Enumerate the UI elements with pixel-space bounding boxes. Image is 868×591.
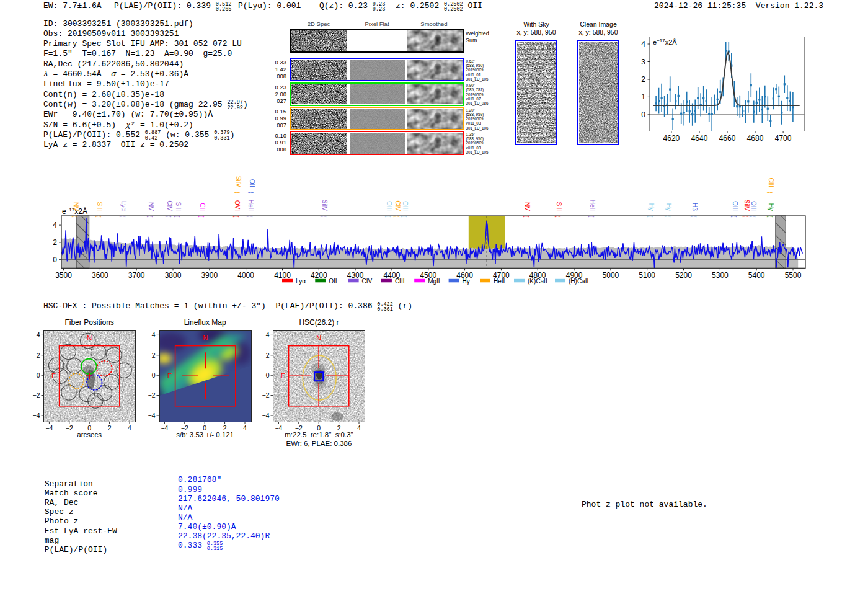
svg-text:3: 3 bbox=[641, 58, 645, 66]
svg-text:{: { bbox=[691, 215, 697, 217]
svg-text:CIV: CIV bbox=[362, 278, 373, 285]
svg-text:{: { bbox=[743, 215, 749, 217]
svg-text:{: { bbox=[588, 215, 595, 217]
svg-text:4660: 4660 bbox=[719, 134, 736, 143]
svg-text:{: { bbox=[147, 215, 153, 217]
svg-text:4620: 4620 bbox=[663, 134, 680, 143]
svg-text:4: 4 bbox=[53, 221, 57, 229]
svg-text:NV: NV bbox=[148, 202, 154, 211]
svg-text:−4: −4 bbox=[148, 412, 156, 419]
svg-text:−2: −2 bbox=[262, 391, 270, 399]
svg-text:−2: −2 bbox=[148, 391, 156, 399]
svg-text:3600: 3600 bbox=[92, 271, 108, 280]
svg-text:{: { bbox=[647, 215, 653, 217]
svg-text:2: 2 bbox=[266, 352, 270, 359]
svg-text:0: 0 bbox=[641, 110, 645, 119]
svg-text:{: { bbox=[767, 192, 773, 193]
svg-text:0: 0 bbox=[266, 371, 270, 379]
svg-text:{: { bbox=[665, 215, 671, 217]
svg-text:CIV: CIV bbox=[394, 200, 401, 211]
svg-text:SiIV: SiIV bbox=[235, 176, 242, 188]
svg-text:Hγ: Hγ bbox=[463, 278, 470, 285]
svg-text:4680: 4680 bbox=[747, 134, 764, 143]
svg-text:−4: −4 bbox=[262, 412, 270, 419]
svg-text:OIII: OIII bbox=[386, 201, 392, 211]
svg-text:{: { bbox=[247, 215, 253, 217]
svg-text:{: { bbox=[95, 215, 102, 217]
svg-text:3900: 3900 bbox=[201, 271, 218, 280]
svg-text:4: 4 bbox=[152, 331, 156, 339]
svg-text:{: { bbox=[401, 215, 407, 217]
svg-text:0: 0 bbox=[37, 371, 40, 379]
svg-text:{: { bbox=[767, 215, 773, 217]
svg-text:−2: −2 bbox=[33, 391, 40, 399]
svg-text:4700: 4700 bbox=[775, 134, 792, 143]
svg-text:{: { bbox=[750, 215, 756, 217]
svg-text:E: E bbox=[167, 372, 172, 380]
svg-text:{: { bbox=[248, 192, 254, 193]
svg-text:N: N bbox=[203, 334, 208, 342]
svg-text:{: { bbox=[174, 215, 180, 217]
svg-text:4640: 4640 bbox=[691, 134, 708, 143]
svg-text:2: 2 bbox=[37, 352, 40, 359]
svg-text:4000: 4000 bbox=[237, 271, 254, 280]
svg-text:E: E bbox=[281, 372, 285, 380]
svg-text:CIII: CIII bbox=[395, 278, 405, 285]
svg-text:SiIV: SiIV bbox=[321, 200, 328, 211]
svg-text:3500: 3500 bbox=[55, 271, 72, 280]
svg-text:SiII: SiII bbox=[175, 202, 182, 211]
svg-text:Hγ: Hγ bbox=[648, 203, 655, 211]
svg-text:{: { bbox=[120, 215, 126, 217]
svg-text:{: { bbox=[523, 215, 529, 217]
svg-text:{: { bbox=[385, 215, 391, 217]
svg-text:5200: 5200 bbox=[675, 271, 692, 280]
svg-text:{: { bbox=[321, 215, 327, 217]
svg-text:4100: 4100 bbox=[274, 271, 291, 280]
svg-text:3800: 3800 bbox=[165, 271, 182, 280]
svg-text:e−17x2Å: e−17x2Å bbox=[653, 37, 677, 46]
svg-text:4: 4 bbox=[266, 331, 270, 339]
svg-text:5100: 5100 bbox=[639, 271, 655, 280]
svg-text:{: { bbox=[72, 215, 78, 217]
svg-text:5500: 5500 bbox=[785, 271, 802, 280]
svg-text:SiIV: SiIV bbox=[743, 200, 750, 211]
svg-text:{: { bbox=[731, 215, 737, 217]
svg-text:CII: CII bbox=[199, 203, 206, 211]
svg-text:1: 1 bbox=[641, 92, 645, 101]
svg-text:2: 2 bbox=[152, 352, 156, 359]
svg-text:OII: OII bbox=[329, 278, 337, 285]
svg-text:CIV: CIV bbox=[166, 200, 173, 211]
svg-text:MgII: MgII bbox=[428, 278, 440, 285]
svg-text:−4: −4 bbox=[33, 412, 40, 419]
svg-text:HeII: HeII bbox=[247, 200, 254, 211]
svg-text:NV: NV bbox=[524, 202, 531, 211]
svg-text:{: { bbox=[394, 215, 400, 217]
svg-text:5300: 5300 bbox=[712, 271, 728, 280]
svg-text:{: { bbox=[166, 215, 172, 217]
svg-text:{: { bbox=[234, 192, 241, 193]
svg-text:(H)CaII: (H)CaII bbox=[569, 278, 588, 285]
svg-text:Hγ: Hγ bbox=[768, 203, 774, 211]
svg-text:HeII: HeII bbox=[494, 278, 505, 285]
svg-text:Lyα: Lyα bbox=[120, 201, 127, 211]
svg-text:4: 4 bbox=[37, 331, 40, 339]
svg-text:OIII: OIII bbox=[750, 201, 757, 211]
svg-text:N: N bbox=[87, 334, 92, 342]
svg-text:NV: NV bbox=[73, 202, 79, 211]
svg-text:E: E bbox=[51, 372, 56, 380]
svg-text:2: 2 bbox=[53, 238, 57, 247]
svg-text:0: 0 bbox=[53, 256, 57, 264]
svg-text:OVI: OVI bbox=[234, 200, 241, 211]
svg-text:OII: OII bbox=[249, 179, 255, 187]
svg-text:SiII: SiII bbox=[556, 202, 562, 211]
svg-text:4200: 4200 bbox=[311, 271, 327, 280]
svg-text:{: { bbox=[198, 215, 205, 217]
svg-text:3700: 3700 bbox=[128, 271, 145, 280]
svg-text:0: 0 bbox=[152, 371, 156, 379]
svg-text:(K)CaII: (K)CaII bbox=[528, 278, 547, 285]
svg-text:Hγ: Hγ bbox=[665, 203, 672, 211]
svg-text:{: { bbox=[233, 215, 239, 217]
svg-text:5000: 5000 bbox=[603, 271, 619, 280]
svg-text:Hβ: Hβ bbox=[691, 203, 698, 211]
svg-text:N: N bbox=[317, 334, 322, 342]
